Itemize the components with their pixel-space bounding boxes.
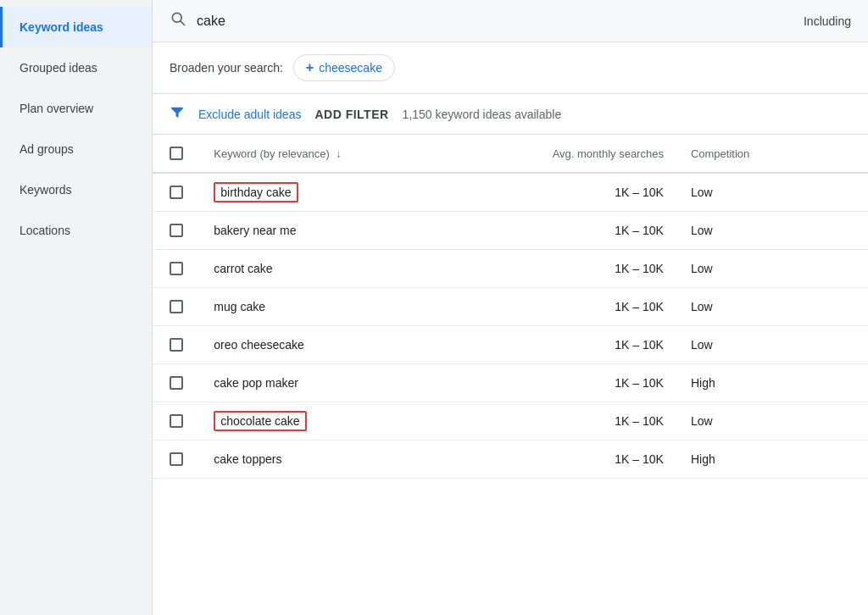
table-row: mug cake1K – 10KLow [153,288,868,326]
keyword-count: 1,150 keyword ideas available [403,108,562,121]
sidebar-item-ad-groups[interactable]: Ad groups [0,129,152,169]
row-avg-searches: 1K – 10K [429,212,677,250]
header-checkbox-col [153,135,200,173]
header-keyword-label: Keyword (by relevance) [214,147,330,160]
filter-icon [170,104,185,124]
plus-icon: + [306,60,314,75]
table-row: cake toppers1K – 10KHigh [153,440,868,479]
row-competition: Low [677,212,868,250]
row-keyword: bakery near me [200,212,429,250]
table-row: chocolate cake1K – 10KLow [153,402,868,440]
row-checkbox-cell [153,288,200,326]
row-checkbox[interactable] [170,262,183,275]
sidebar: Keyword ideasGrouped ideasPlan overviewA… [0,0,153,615]
keyword-text: chocolate cake [214,411,306,431]
svg-line-1 [181,21,185,25]
keyword-text: mug cake [214,300,265,313]
row-keyword: cake pop maker [200,364,429,402]
row-avg-searches: 1K – 10K [429,364,677,402]
row-checkbox-cell [153,440,200,479]
row-checkbox-cell [153,402,200,440]
keyword-text: cake pop maker [214,376,298,390]
row-checkbox-cell [153,364,200,402]
row-checkbox[interactable] [170,452,183,466]
sidebar-item-keywords[interactable]: Keywords [0,169,152,210]
main-content: Including Broaden your search: + cheesec… [153,0,868,615]
keyword-text: bakery near me [214,224,296,237]
table-row: cake pop maker1K – 10KHigh [153,364,868,402]
sidebar-item-keyword-ideas[interactable]: Keyword ideas [0,7,152,47]
keyword-text: oreo cheesecake [214,338,304,352]
row-competition: Low [677,326,868,364]
row-keyword: chocolate cake [200,402,429,440]
row-competition: Low [677,402,868,440]
sidebar-item-plan-overview[interactable]: Plan overview [0,88,152,129]
sort-icon: ↓ [336,148,341,160]
table-row: oreo cheesecake1K – 10KLow [153,326,868,364]
keyword-table: Keyword (by relevance) ↓ Avg. monthly se… [153,135,868,479]
row-checkbox[interactable] [170,224,183,237]
cheesecake-chip[interactable]: + cheesecake [293,54,395,81]
row-keyword: birthday cake [200,173,429,212]
row-checkbox-cell [153,326,200,364]
row-competition: High [677,364,868,402]
row-avg-searches: 1K – 10K [429,326,677,364]
header-keyword[interactable]: Keyword (by relevance) ↓ [200,135,429,173]
broaden-label: Broaden your search: [170,61,283,75]
row-checkbox-cell [153,173,200,212]
row-checkbox-cell [153,250,200,288]
row-checkbox-cell [153,212,200,250]
row-avg-searches: 1K – 10K [429,173,677,212]
filter-bar: Exclude adult ideas ADD FILTER 1,150 key… [153,94,868,135]
table-row: birthday cake1K – 10KLow [153,173,868,212]
cheesecake-chip-label: cheesecake [319,61,382,75]
row-avg-searches: 1K – 10K [429,402,677,440]
keyword-text: cake toppers [214,452,281,466]
select-all-checkbox[interactable] [170,147,183,160]
search-bar: Including [153,0,868,42]
row-competition: Low [677,288,868,326]
row-checkbox[interactable] [170,376,183,390]
table-body: birthday cake1K – 10KLowbakery near me1K… [153,173,868,479]
row-competition: Low [677,173,868,212]
sidebar-item-grouped-ideas[interactable]: Grouped ideas [0,47,152,88]
row-checkbox[interactable] [170,186,183,199]
table-header-row: Keyword (by relevance) ↓ Avg. monthly se… [153,135,868,173]
row-competition: High [677,440,868,479]
add-filter-button[interactable]: ADD FILTER [314,108,388,121]
row-competition: Low [677,250,868,288]
table-row: bakery near me1K – 10KLow [153,212,868,250]
row-keyword: mug cake [200,288,429,326]
row-checkbox[interactable] [170,338,183,352]
sidebar-item-locations[interactable]: Locations [0,210,152,251]
header-avg-searches: Avg. monthly searches [429,135,677,173]
search-input[interactable] [197,14,793,29]
broaden-search-bar: Broaden your search: + cheesecake [153,42,868,94]
row-checkbox[interactable] [170,300,183,313]
row-avg-searches: 1K – 10K [429,250,677,288]
row-keyword: oreo cheesecake [200,326,429,364]
row-keyword: carrot cake [200,250,429,288]
including-label: Including [804,14,851,28]
table-row: carrot cake1K – 10KLow [153,250,868,288]
keyword-table-wrap: Keyword (by relevance) ↓ Avg. monthly se… [153,135,868,615]
row-avg-searches: 1K – 10K [429,288,677,326]
row-keyword: cake toppers [200,440,429,479]
header-competition: Competition [677,135,868,173]
exclude-adult-ideas-link[interactable]: Exclude adult ideas [198,108,301,121]
search-icon [170,10,186,31]
keyword-text: birthday cake [214,182,298,202]
keyword-text: carrot cake [214,262,272,275]
row-avg-searches: 1K – 10K [429,440,677,479]
row-checkbox[interactable] [170,414,183,428]
